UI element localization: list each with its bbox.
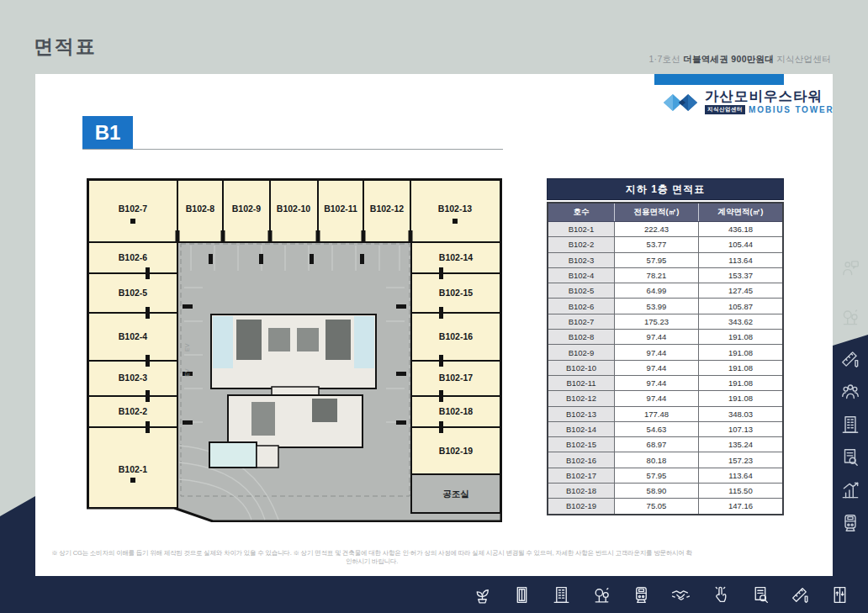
floorplan-unit-label: B102-2 [119, 406, 148, 416]
brand-logo: 가산모비우스타워 지식산업센터 MOBIUS TOWER [661, 89, 834, 114]
train-icon [839, 512, 861, 534]
contract-area-cell: 191.08 [699, 330, 784, 345]
elevator-icon [829, 584, 850, 605]
machine-room [312, 399, 337, 422]
footer-icon-row [472, 580, 850, 609]
exclusive-area-cell: 58.90 [615, 484, 699, 499]
col-header-contract: 계약면적(㎡) [699, 203, 784, 222]
table-row: B102-997.44191.08 [548, 345, 783, 360]
floorplan-unit-label: B102-9 [232, 203, 262, 214]
unit-no-cell: B102-10 [548, 360, 615, 375]
floorplan-unit-label: B102-19 [439, 446, 473, 456]
table-row: B102-564.99127.45 [548, 283, 783, 299]
contract-area-cell: 135.24 [699, 437, 784, 452]
logo-name-ko: 가산모비우스타워 [705, 89, 834, 103]
contract-area-cell: 105.44 [699, 237, 784, 252]
mobius-logo-icon [661, 91, 700, 114]
floor-label-badge: B1 [82, 116, 133, 150]
contract-area-cell: 191.08 [699, 375, 784, 390]
exclusive-area-cell: 78.21 [615, 267, 699, 283]
chart-icon [839, 479, 861, 501]
area-table-body: B102-1222.43436.18B102-253.77105.44B102-… [548, 222, 783, 515]
floor-plan-drawing: EV EV [87, 178, 502, 522]
handshake-icon [670, 584, 691, 605]
area-table-title: 지하 1층 면적표 [547, 178, 784, 200]
ev-label-2: EV [184, 368, 190, 377]
contract-area-cell: 348.03 [699, 406, 784, 421]
docsearch-icon [839, 447, 861, 468]
floorplan-unit-label: B102-15 [439, 288, 473, 298]
floor-label-underline [82, 149, 503, 150]
building-icon [551, 584, 572, 605]
table-row: B102-253.77105.44 [548, 237, 783, 252]
floorplan-unit-label: B102-16 [439, 331, 473, 341]
subtitle-emphasis: 더블역세권 900만원대 [683, 54, 774, 64]
table-row: B102-7175.23343.62 [548, 314, 783, 329]
unit-no-cell: B102-13 [548, 406, 615, 421]
contract-area-cell: 113.64 [699, 252, 784, 267]
contract-area-cell: 436.18 [699, 222, 784, 237]
exclusive-area-cell: 97.44 [615, 345, 699, 360]
table-row: B102-1097.44191.08 [548, 360, 783, 375]
exclusive-area-cell: 97.44 [615, 330, 699, 345]
unit-no-cell: B102-6 [548, 299, 615, 314]
area-table-head: 호수 전용면적(㎡) 계약면적(㎡) [548, 203, 783, 222]
elevator-bank-1 [268, 328, 290, 351]
unit-no-cell: B102-16 [548, 452, 615, 468]
floorplan-unit-label: B102-18 [439, 406, 473, 416]
contract-area-cell: 107.13 [699, 421, 784, 436]
exclusive-area-cell: 53.99 [615, 299, 699, 314]
floorplan-unit-label: B102-7 [119, 203, 148, 214]
unit-no-cell: B102-7 [548, 314, 615, 329]
left-corner-wedge [0, 496, 35, 576]
core-lower [228, 395, 363, 447]
floorplan-unit-label: B102-13 [438, 203, 472, 214]
logo-text: 가산모비우스타워 지식산업센터 MOBIUS TOWER [705, 89, 834, 114]
elevator-bank-2 [297, 328, 319, 351]
table-row: B102-1222.43436.18 [548, 222, 783, 237]
subtitle-suffix: 지식산업센터 [776, 54, 831, 64]
docsearch-icon [750, 584, 771, 605]
unit-no-cell: B102-19 [548, 499, 615, 515]
right-rail-faint-icons [837, 257, 864, 328]
ruler-icon [790, 584, 811, 605]
floorplan-unit-label: B102-3 [119, 373, 148, 383]
exclusive-area-cell: 57.95 [615, 468, 699, 483]
floorplan-unit-label: B102-1 [119, 464, 148, 474]
contract-area-cell: 157.23 [699, 452, 784, 468]
exclusive-area-cell: 80.18 [615, 452, 699, 468]
contract-area-cell: 153.37 [699, 267, 784, 283]
right-rail-icons [837, 348, 864, 534]
logo-badge: 지식산업센터 [705, 105, 745, 114]
building-icon [839, 414, 861, 436]
unit-no-cell: B102-12 [548, 391, 615, 406]
unit-no-cell: B102-15 [548, 437, 615, 452]
unit-no-cell: B102-18 [548, 484, 615, 499]
floorplan-unit-label: B102-6 [119, 252, 148, 262]
contract-area-cell: 113.64 [699, 468, 784, 483]
restroom-right [354, 316, 374, 368]
floorplan-unit-label: B102-10 [277, 203, 310, 214]
floorplan-unit-label: B102-17 [439, 373, 473, 383]
exclusive-area-cell: 53.77 [615, 237, 699, 252]
exclusive-area-cell: 97.44 [615, 375, 699, 390]
table-row: B102-1454.63107.13 [548, 421, 783, 436]
door-icon [511, 584, 532, 605]
table-row: B102-897.44191.08 [548, 330, 783, 345]
park-icon [591, 584, 612, 605]
contract-area-cell: 147.16 [699, 499, 784, 515]
table-row: B102-1297.44191.08 [548, 391, 783, 406]
floorplan-unit-label: B102-5 [119, 288, 148, 298]
table-row: B102-1757.95113.64 [548, 468, 783, 483]
floorplan-unit-label: B102-8 [186, 203, 215, 214]
floorplan-unit-label: B102-11 [324, 203, 357, 214]
unit-no-cell: B102-2 [548, 237, 615, 252]
unit-no-cell: B102-8 [548, 330, 615, 345]
page-background: 면적표 1·7호선더블역세권 900만원대지식산업센터 가산모비우스타워 지식산… [0, 0, 868, 613]
exclusive-area-cell: 177.48 [615, 406, 699, 421]
area-table-panel: 지하 1층 면적표 호수 전용면적(㎡) 계약면적(㎡) B102-1222.4… [547, 178, 784, 515]
disclaimer-text: ※ 상기 CG는 소비자의 이해를 돕기 위해 제작된 것으로 실제와 차이가 … [50, 549, 693, 566]
train-icon [631, 584, 652, 605]
ev-label-1: EV [184, 343, 190, 351]
contract-area-cell: 105.87 [699, 299, 784, 314]
